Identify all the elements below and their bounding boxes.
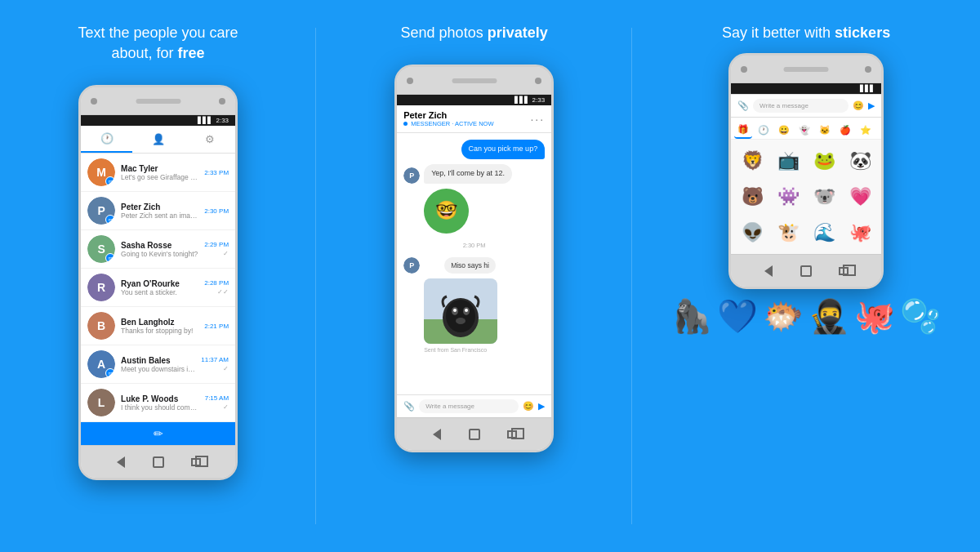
sticker-tab-bar[interactable]: 🎁 🕐 😀 👻 🐱 🍎 ⭐ — [731, 118, 881, 140]
sticker-panda[interactable]: 🐼 — [844, 145, 876, 177]
chat-input-bar: 📎 Write a message 😊 ▶ — [397, 394, 551, 417]
contact-item-ryan[interactable]: R Ryan O'Rourke You sent a sticker. 2:28… — [81, 269, 235, 307]
contact-info-mac: Mac Tyler Let's go see Giraffage tonight… — [121, 164, 198, 181]
sticker-tab-time[interactable]: 🕐 — [755, 121, 773, 139]
sticker-tab-star[interactable]: ⭐ — [857, 121, 875, 139]
sticker-message-input[interactable]: Write a message — [753, 99, 849, 113]
attach-icon-3[interactable]: 📎 — [737, 100, 749, 111]
contact-info-ben: Ben Langholz Thanks for stopping by! — [121, 318, 198, 335]
more-options-icon[interactable]: ··· — [530, 114, 545, 125]
phone-1: ▋▋▋ 2:33 🕐 👤 ⚙ — [78, 85, 238, 480]
sticker-tab-face[interactable]: 😀 — [775, 121, 793, 139]
emoji-icon-3[interactable]: 😊 — [853, 100, 864, 111]
sticker-tab-apple[interactable]: 🍎 — [836, 121, 854, 139]
recent-button-3[interactable] — [836, 264, 851, 278]
message-time: 2:30 PM — [403, 242, 545, 249]
home-button[interactable] — [151, 455, 166, 470]
contact-item-luke[interactable]: L Luke P. Woods I think you should come … — [81, 384, 235, 422]
section-2-title: Send photos privately — [401, 23, 548, 43]
section-1-title: Text the people you care about, for free — [78, 23, 238, 64]
contact-name-ryan: Ryan O'Rourke — [121, 279, 198, 288]
sticker-heart[interactable]: 💗 — [844, 180, 876, 213]
compose-icon[interactable]: ✏ — [154, 427, 163, 440]
sticker-koala[interactable]: 🐨 — [808, 180, 840, 213]
contact-meta-peter: 2:30 PM — [204, 207, 229, 215]
phone-1-bottom — [81, 445, 235, 478]
sticker-cow[interactable]: 🐮 — [772, 216, 804, 249]
messenger-badge: m — [105, 176, 115, 186]
message-bubble-recv: Yep, I'll come by at 12. — [424, 164, 512, 184]
sticker-octopus[interactable]: 🐙 — [844, 216, 876, 249]
message-input[interactable]: Write a message — [419, 399, 519, 413]
contact-preview-ryan: You sent a sticker. — [121, 288, 198, 296]
contact-item-sasha[interactable]: S m Sasha Rosse Going to Kevin's tonight… — [81, 230, 235, 269]
tab-settings[interactable]: ⚙ — [184, 126, 235, 153]
section-3-title: Say it better with stickers — [722, 23, 890, 43]
tab-recent[interactable]: 🕐 — [81, 126, 132, 153]
contact-preview: Let's go see Giraffage tonight! — [121, 173, 198, 181]
recent-button-2[interactable] — [505, 427, 519, 442]
sticker-tab-ghost[interactable]: 👻 — [795, 121, 813, 139]
chat-contact-name: Peter Zich — [403, 110, 493, 120]
messenger-badge-s: m — [105, 253, 115, 263]
sticker-grid: 🦁 📺 🐸 🐼 🐻 👾 🐨 💗 👽 🐮 🌊 🐙 — [731, 140, 881, 254]
contact-item-mac[interactable]: M m Mac Tyler Let's go see Giraffage ton… — [81, 154, 235, 192]
front-camera-3 — [741, 66, 747, 73]
sticker-tab-cat[interactable]: 🐱 — [816, 121, 834, 139]
signal-icon: ▋▋▋ — [198, 117, 212, 124]
sticker-blob[interactable]: 🌊 — [808, 216, 840, 249]
avatar-luke: L — [87, 389, 115, 416]
contact-name-austin: Austin Bales — [121, 356, 195, 365]
sensor-3 — [865, 66, 871, 73]
attach-icon[interactable]: 📎 — [403, 401, 415, 412]
recent-button[interactable] — [189, 455, 203, 470]
contact-item-austin[interactable]: A m Austin Bales Meet you downstairs in … — [81, 345, 235, 384]
contact-meta-sasha: 2:29 PM ✓ — [204, 241, 229, 257]
emoji-icon[interactable]: 😊 — [523, 401, 534, 412]
back-button-3[interactable] — [761, 264, 776, 278]
sticker-tab-gift[interactable]: 🎁 — [734, 121, 752, 139]
sticker-bigfoot[interactable]: 🦁 — [736, 145, 768, 177]
contact-meta-luke: 7:15 AM ✓ — [205, 394, 229, 411]
sensor-2 — [535, 78, 541, 84]
avatar-ryan: R — [87, 274, 115, 301]
contact-time-peter: 2:30 PM — [204, 207, 229, 215]
char-ninja: 🥷 — [808, 297, 849, 336]
home-button-3[interactable] — [799, 264, 813, 278]
signal-icon-2: ▋▋▋ — [514, 96, 529, 104]
avatar-austin: A m — [87, 350, 115, 378]
back-button[interactable] — [114, 455, 128, 470]
contact-time: 2:33 PM — [204, 169, 229, 176]
contact-meta-ryan: 2:28 PM ✓✓ — [204, 279, 229, 296]
send-icon-3[interactable]: ▶ — [868, 100, 875, 111]
sticker-bear[interactable]: 🐻 — [736, 180, 768, 213]
msg-miso-row: P Miso says hi — [403, 257, 545, 274]
char-monkey: 🦍 — [671, 297, 712, 336]
phone-2: ▋▋▋ 2:33 Peter Zich MESSENGER · ACTIVE N… — [394, 65, 554, 452]
sticker-input-bar: 📎 Write a message 😊 ▶ — [731, 94, 881, 117]
contact-item-peter[interactable]: P m Peter Zich Peter Zich sent an image.… — [81, 192, 235, 230]
sticker-panel: 🎁 🕐 😀 👻 🐱 🍎 ⭐ 🦁 📺 🐸 🐼 🐻 — [731, 117, 881, 254]
sticker-alien[interactable]: 👾 — [772, 180, 804, 213]
contact-time-austin: 11:37 AM — [201, 356, 229, 363]
back-button-2[interactable] — [430, 427, 444, 442]
sticker-tv[interactable]: 📺 — [772, 145, 804, 177]
status-bar-1: ▋▋▋ 2:33 — [81, 115, 235, 126]
sticker-ufo[interactable]: 👽 — [736, 216, 768, 249]
section-free: Text the people you care about, for free… — [0, 0, 316, 552]
messenger-tabs[interactable]: 🕐 👤 ⚙ — [81, 126, 235, 154]
contact-item-ben[interactable]: B Ben Langholz Thanks for stopping by! 2… — [81, 307, 235, 345]
send-icon[interactable]: ▶ — [538, 401, 545, 412]
contact-name-peter: Peter Zich — [121, 203, 198, 211]
phone-3: ▋▋▋ 📎 Write a message 😊 ▶ 🎁 🕐 😀 👻 🐱 — [728, 53, 884, 289]
home-button-2[interactable] — [467, 427, 482, 442]
signal-icon-3: ▋▋▋ — [860, 85, 875, 92]
phone-3-bottom — [731, 254, 881, 287]
sticker-frog[interactable]: 🐸 — [808, 145, 840, 177]
settings-icon: ⚙ — [205, 133, 215, 145]
contact-time-sasha: 2:29 PM — [204, 241, 229, 248]
tab-contacts[interactable]: 👤 — [132, 126, 184, 153]
status-bar-2: ▋▋▋ 2:33 — [397, 95, 551, 105]
contact-info-austin: Austin Bales Meet you downstairs in 15 m… — [121, 356, 195, 373]
contact-check-luke: ✓ — [223, 403, 229, 411]
